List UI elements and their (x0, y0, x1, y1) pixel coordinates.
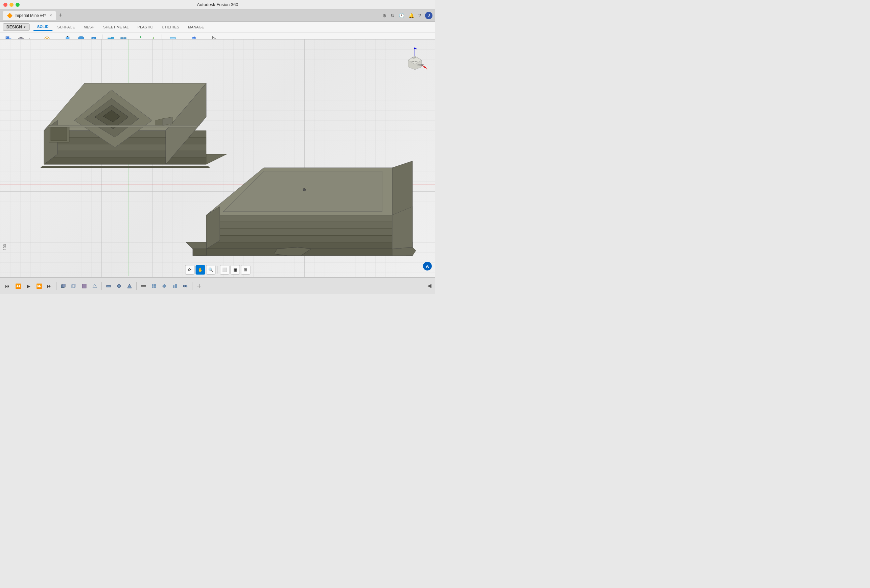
svg-text:FRONT: FRONT (411, 61, 418, 63)
step-back-button[interactable]: ⏪ (13, 281, 23, 291)
ctrl-btn1[interactable] (139, 281, 148, 291)
tab-plastic[interactable]: PLASTIC (134, 23, 157, 31)
svg-text:RIGHT: RIGHT (417, 64, 424, 66)
svg-text:X: X (426, 68, 428, 70)
svg-text:+: + (6, 37, 7, 39)
tab-utilities[interactable]: UTILITIES (158, 23, 183, 31)
svg-rect-96 (62, 284, 65, 287)
btm-sep5 (206, 282, 206, 290)
view-sep1 (218, 266, 218, 274)
notifications-icon[interactable]: 🔔 (408, 13, 414, 18)
help-icon[interactable]: ? (418, 13, 421, 18)
timeline-btn1[interactable] (104, 281, 113, 291)
svg-marker-47 (44, 158, 206, 164)
svg-marker-70 (206, 215, 392, 222)
svg-marker-100 (92, 284, 97, 287)
svg-marker-103 (128, 284, 131, 288)
tab-surface[interactable]: SURFACE (54, 23, 79, 31)
close-button[interactable] (3, 3, 7, 7)
step-forward-button[interactable]: ⏩ (34, 281, 44, 291)
svg-marker-110 (162, 284, 166, 288)
svg-text:TOP: TOP (411, 57, 416, 59)
new-tab-button[interactable]: + (58, 12, 64, 19)
tab-mesh[interactable]: MESH (80, 23, 99, 31)
grid-canvas (0, 39, 435, 277)
ctrl-btn6[interactable] (194, 281, 204, 291)
clock-icon[interactable]: 🕐 (399, 13, 404, 18)
btm-sep3 (136, 282, 137, 290)
timeline-btn3[interactable] (125, 281, 134, 291)
display-mode-button[interactable]: ⬜ (220, 265, 229, 275)
design-label: DESIGN (6, 25, 22, 30)
btm-sep4 (192, 282, 192, 290)
svg-point-114 (185, 285, 187, 287)
window-controls[interactable] (3, 3, 19, 7)
btm-sep1 (56, 282, 57, 290)
svg-marker-67 (206, 235, 392, 242)
minimize-button[interactable] (9, 3, 13, 7)
svg-marker-64 (40, 166, 210, 168)
right-spacer (426, 281, 432, 291)
svg-marker-48 (44, 151, 206, 158)
tab-icon: 🔶 (7, 13, 12, 18)
view-solid-button[interactable] (58, 281, 68, 291)
svg-marker-69 (206, 222, 392, 229)
go-to-start-button[interactable]: ⏮ (3, 281, 12, 291)
new-window-icon[interactable]: ⊕ (383, 13, 386, 18)
active-tab[interactable]: 🔶 Imperial Mine v4* ✕ (3, 11, 56, 20)
grid-button[interactable]: ⊞ (241, 265, 250, 275)
view-sketch-button[interactable] (90, 281, 100, 291)
svg-rect-108 (152, 286, 153, 288)
svg-text:Z: Z (416, 47, 417, 50)
tab-title: Imperial Mine v4* (15, 13, 46, 18)
tab-bar: 🔶 Imperial Mine v4* ✕ + ⊕ ↻ 🕐 🔔 ? U (0, 9, 435, 22)
svg-rect-109 (154, 286, 156, 288)
visual-style-button[interactable]: ▦ (230, 265, 240, 275)
maximize-button[interactable] (16, 3, 19, 7)
svg-rect-107 (154, 284, 156, 286)
svg-rect-106 (152, 284, 153, 286)
view-flat-button[interactable] (79, 281, 89, 291)
viewport[interactable]: Z X FRONT RIGHT TOP 100 A ⟳ ✋ 🔍 ⬜ ▦ ⊞ (0, 39, 435, 277)
svg-marker-117 (428, 284, 432, 288)
ctrl-btn2[interactable] (149, 281, 159, 291)
svg-rect-104 (141, 285, 146, 286)
tab-solid[interactable]: SOLID (33, 23, 53, 31)
fusion-logo: A (423, 262, 432, 271)
go-to-end-button[interactable]: ⏭ (45, 281, 54, 291)
svg-rect-98 (73, 284, 76, 287)
user-avatar[interactable]: U (425, 12, 432, 19)
ctrl-btn5[interactable] (180, 281, 190, 291)
view-controls: ⟳ ✋ 🔍 ⬜ ▦ ⊞ (185, 265, 250, 275)
play-button[interactable]: ▶ (24, 281, 33, 291)
svg-rect-111 (173, 285, 174, 288)
svg-rect-99 (82, 284, 86, 288)
timeline-btn2[interactable] (114, 281, 124, 291)
svg-rect-97 (72, 285, 75, 288)
navcube[interactable]: Z X FRONT RIGHT TOP (401, 46, 428, 73)
svg-point-102 (117, 284, 121, 288)
design-dropdown-icon: ▼ (23, 26, 26, 29)
svg-rect-14 (66, 37, 69, 39)
svg-marker-79 (193, 249, 206, 256)
pan-button[interactable]: ✋ (195, 265, 205, 275)
ctrl-btn3[interactable] (159, 281, 169, 291)
orbit-left-button[interactable]: ⟳ (185, 265, 194, 275)
zoom-button[interactable]: 🔍 (206, 265, 215, 275)
svg-marker-60 (51, 127, 67, 141)
svg-marker-16 (67, 36, 68, 37)
refresh-icon[interactable]: ↻ (390, 13, 395, 18)
svg-rect-105 (141, 286, 146, 287)
design-mode-button[interactable]: DESIGN ▼ (3, 23, 30, 31)
ctrl-btn4[interactable] (170, 281, 180, 291)
toolbar-tabs: SOLID SURFACE MESH SHEET METAL PLASTIC U… (33, 23, 208, 31)
scale-indicator: 100 (3, 244, 7, 250)
tab-manage[interactable]: MANAGE (184, 23, 208, 31)
svg-marker-63 (47, 125, 200, 127)
tab-close-button[interactable]: ✕ (49, 13, 52, 17)
window-title: Autodesk Fusion 360 (197, 2, 238, 7)
svg-rect-101 (107, 285, 110, 287)
expand-timeline-button[interactable] (426, 281, 432, 291)
view-wireframe-button[interactable] (69, 281, 79, 291)
tab-sheet-metal[interactable]: SHEET METAL (99, 23, 133, 31)
